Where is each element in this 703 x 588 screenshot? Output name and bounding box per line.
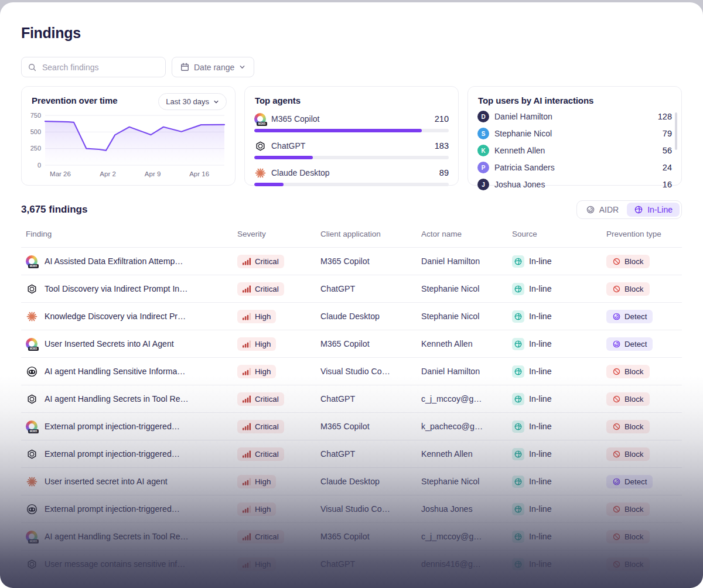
toggle-option-in-line[interactable]: In-Line <box>627 203 680 217</box>
severity-bars-icon <box>243 560 251 568</box>
range-select[interactable]: Last 30 days <box>158 93 227 110</box>
severity-bars-icon <box>243 258 251 265</box>
severity-bars-icon <box>243 505 251 513</box>
finding-title: User message contains sensitive inf… <box>45 559 186 569</box>
source-label: In-line <box>529 312 552 321</box>
client-application-cell: M365 Copilot <box>320 532 421 541</box>
source-label: In-line <box>529 532 552 541</box>
table-row[interactable]: Tool Discovery via Indirect Prompt In…Cr… <box>21 275 682 302</box>
prevention-cell: Block <box>606 392 682 406</box>
finding-cell: M365User Inserted Secrets into AI Agent <box>26 338 237 350</box>
prevention-cell: Block <box>606 282 682 296</box>
agent-row[interactable]: M365M365 Copilot210 <box>254 113 449 132</box>
agent-progress-fill <box>254 156 313 159</box>
actor-name-cell: Stephanie Nicol <box>421 284 512 293</box>
finding-cell: AI agent Handling Sensitive Informa… <box>26 365 237 377</box>
toggle-option-aidr[interactable]: AIDR <box>579 203 626 217</box>
severity-label: High <box>255 505 271 514</box>
column-header: Source <box>512 230 606 238</box>
toggle-option-label: In-Line <box>647 205 673 214</box>
prevention-label: Block <box>624 422 644 431</box>
prevention-cell: Detect <box>606 337 682 351</box>
actor-name-cell: Stephanie Nicol <box>421 477 512 486</box>
actor-name-cell: Daniel Hamilton <box>421 367 512 376</box>
findings-page: Findings Date range Prevention over time… <box>0 2 703 588</box>
column-header: Severity <box>237 230 320 238</box>
user-value: 56 <box>663 146 672 155</box>
chatgpt-icon <box>26 448 37 460</box>
block-icon <box>612 505 621 514</box>
table-row[interactable]: User message contains sensitive inf…High… <box>21 550 682 577</box>
detect-badge: Detect <box>606 475 653 488</box>
severity-bars-icon <box>243 395 251 403</box>
avatar: P <box>477 162 489 173</box>
top-users-list: DDaniel Hamilton128SStephanie Nicol79KKe… <box>477 111 672 190</box>
source-cell: In-line <box>512 365 606 378</box>
svg-text:Mar 26: Mar 26 <box>50 170 71 177</box>
date-range-button[interactable]: Date range <box>172 57 254 77</box>
user-row[interactable]: JJoshua Jones16 <box>477 179 672 190</box>
detect-badge: Detect <box>606 310 653 323</box>
user-value: 16 <box>663 180 672 189</box>
chatgpt-icon <box>26 558 37 570</box>
table-row[interactable]: Knowledge Discovery via Indirect Pr…High… <box>21 302 682 330</box>
table-row[interactable]: AI agent Handling Sensitive Informa…High… <box>21 357 682 385</box>
finding-title: AI agent Handling Secrets in Tool Re… <box>45 532 189 541</box>
severity-badge: High <box>237 310 276 323</box>
agent-row[interactable]: ChatGPT183 <box>254 140 449 159</box>
search-input[interactable] <box>41 62 159 73</box>
table-row[interactable]: User inserted secret into AI agentHighCl… <box>21 467 682 495</box>
agent-name: Claude Desktop <box>271 168 330 177</box>
table-row[interactable]: External prompt injection-triggered…High… <box>21 495 682 522</box>
finding-title: User inserted secret into AI agent <box>45 477 168 486</box>
block-icon <box>612 395 621 404</box>
table-row[interactable]: External prompt injection-triggered…Crit… <box>21 440 682 467</box>
table-row[interactable]: M365AI agent Handling Secrets in Tool Re… <box>21 522 682 550</box>
severity-label: Critical <box>255 285 279 293</box>
severity-bars-icon <box>243 450 251 458</box>
severity-label: Critical <box>255 257 279 266</box>
table-row[interactable]: AI agent Handling Secrets in Tool Re…Cri… <box>21 385 682 412</box>
finding-cell: External prompt injection-triggered… <box>26 448 237 460</box>
severity-badge: Critical <box>237 392 284 406</box>
prevention-label: Block <box>624 450 644 459</box>
agent-name: M365 Copilot <box>271 114 320 124</box>
user-value: 79 <box>663 129 672 138</box>
findings-table: FindingSeverityClient applicationActor n… <box>21 230 682 577</box>
severity-cell: High <box>237 337 320 351</box>
table-row[interactable]: M365External prompt injection-triggered…… <box>21 412 682 440</box>
avatar: D <box>477 111 489 122</box>
source-cell: In-line <box>512 255 606 268</box>
user-row[interactable]: PPatricia Sanders24 <box>477 162 672 173</box>
user-row[interactable]: DDaniel Hamilton128 <box>477 111 672 122</box>
column-header: Finding <box>26 230 237 238</box>
table-row[interactable]: M365User Inserted Secrets into AI AgentH… <box>21 330 682 357</box>
client-application-cell: M365 Copilot <box>320 257 421 266</box>
search-input-wrapper[interactable] <box>21 57 166 77</box>
avatar: J <box>477 179 489 190</box>
agent-progress-fill <box>254 183 284 186</box>
m365-copilot-icon: M365 <box>26 421 37 432</box>
prevention-label: Block <box>624 532 644 541</box>
m365-copilot-icon: M365 <box>26 255 37 267</box>
severity-bars-icon <box>243 478 251 486</box>
user-row[interactable]: SStephanie Nicol79 <box>477 128 672 139</box>
user-row[interactable]: KKenneth Allen56 <box>477 145 672 156</box>
prevention-label: Detect <box>624 340 647 348</box>
range-select-label: Last 30 days <box>166 97 209 106</box>
finding-cell: User message contains sensitive inf… <box>26 558 237 570</box>
block-badge: Block <box>606 282 650 296</box>
page-title: Findings <box>21 25 81 42</box>
prevention-label: Block <box>624 257 644 266</box>
severity-badge: Critical <box>237 282 284 296</box>
agent-row[interactable]: Claude Desktop89 <box>254 167 449 186</box>
source-cell: In-line <box>512 558 606 570</box>
source-label: In-line <box>529 504 552 514</box>
table-row[interactable]: M365AI Assisted Data Exfiltration Attemp… <box>21 247 682 275</box>
scrollbar[interactable] <box>675 112 677 150</box>
inline-source-icon <box>512 558 524 570</box>
finding-title: AI agent Handling Sensitive Informa… <box>45 367 186 376</box>
prevention-label: Block <box>624 285 644 293</box>
severity-label: Critical <box>255 532 279 541</box>
client-application-cell: Claude Desktop <box>320 312 421 321</box>
